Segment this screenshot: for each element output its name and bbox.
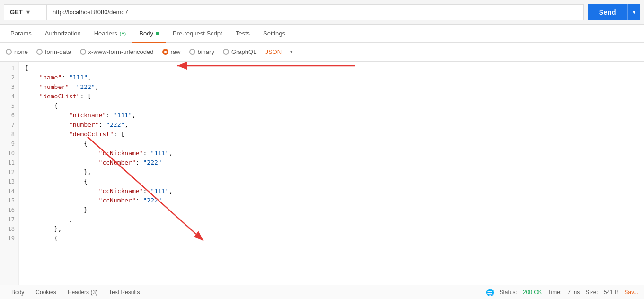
save-label[interactable]: Sav... [624, 289, 638, 296]
tab-settings-label: Settings [263, 30, 285, 37]
send-dropdown-button[interactable]: ▾ [627, 4, 640, 20]
method-select[interactable]: GET ▾ [4, 4, 46, 20]
option-binary[interactable]: binary [189, 48, 214, 55]
tab-params-label: Params [10, 30, 32, 37]
tab-tests[interactable]: Tests [229, 25, 256, 43]
code-content[interactable]: { "name": "111", "number": "222", "demoC… [19, 62, 644, 285]
url-input[interactable] [46, 4, 584, 20]
body-options-bar: none form-data x-www-form-urlencoded raw… [0, 43, 644, 62]
status-tab-headers[interactable]: Headers (3) [62, 285, 103, 299]
radio-raw [162, 49, 168, 55]
tab-tests-label: Tests [236, 30, 250, 37]
tab-headers-badge: (8) [120, 31, 126, 36]
method-dropdown-arrow: ▾ [26, 9, 30, 16]
option-form-data[interactable]: form-data [36, 48, 71, 55]
tab-prerequest[interactable]: Pre-request Script [166, 25, 229, 43]
status-tab-cookies[interactable]: Cookies [30, 285, 62, 299]
status-tabs: Body Cookies Headers (3) Test Results [6, 285, 145, 299]
time-label: Time: [548, 289, 562, 296]
status-bar: Body Cookies Headers (3) Test Results 🌐 … [0, 285, 644, 299]
tab-body-label: Body [139, 30, 153, 37]
code-editor-wrapper: 12345678910111213141516171819 { "name": … [0, 62, 644, 285]
tab-authorization[interactable]: Authorization [38, 25, 88, 43]
tab-settings[interactable]: Settings [256, 25, 292, 43]
time-value: 7 ms [567, 289, 580, 296]
option-graphql-label: GraphQL [231, 48, 256, 55]
status-tab-test-results[interactable]: Test Results [103, 285, 145, 299]
tab-prerequest-label: Pre-request Script [173, 30, 222, 37]
method-label: GET [10, 9, 23, 16]
radio-graphql [223, 49, 229, 55]
code-editor[interactable]: 12345678910111213141516171819 { "name": … [0, 62, 644, 285]
tab-body[interactable]: Body [132, 25, 166, 43]
request-tabs: Params Authorization Headers (8) Body Pr… [0, 25, 644, 43]
option-graphql[interactable]: GraphQL [223, 48, 256, 55]
tab-headers[interactable]: Headers (8) [88, 25, 133, 43]
status-value: 200 OK [523, 289, 542, 296]
radio-none [6, 49, 12, 55]
tab-params[interactable]: Params [4, 25, 38, 43]
globe-icon: 🌐 [486, 289, 494, 296]
body-active-dot [156, 32, 159, 35]
option-none[interactable]: none [6, 48, 28, 55]
format-dropdown-icon[interactable]: ▾ [290, 49, 293, 55]
option-raw[interactable]: raw [162, 48, 181, 55]
option-urlencoded[interactable]: x-www-form-urlencoded [80, 48, 154, 55]
status-tab-body[interactable]: Body [6, 285, 30, 299]
status-label: Status: [500, 289, 517, 296]
size-value: 541 B [604, 289, 618, 296]
send-button[interactable]: Send [588, 4, 627, 20]
size-label: Size: [585, 289, 598, 296]
option-raw-label: raw [171, 48, 181, 55]
status-right: 🌐 Status: 200 OK Time: 7 ms Size: 541 B … [486, 289, 638, 296]
line-numbers: 12345678910111213141516171819 [0, 62, 19, 285]
url-bar: GET ▾ Send ▾ [0, 0, 644, 25]
option-form-data-label: form-data [45, 48, 71, 55]
radio-urlencoded [80, 49, 86, 55]
option-urlencoded-label: x-www-form-urlencoded [88, 48, 154, 55]
option-binary-label: binary [198, 48, 214, 55]
tab-authorization-label: Authorization [45, 30, 81, 37]
radio-binary [189, 49, 195, 55]
format-json-label: JSON [265, 48, 282, 55]
send-button-group: Send ▾ [588, 4, 640, 20]
tab-headers-label: Headers [94, 30, 117, 37]
option-none-label: none [14, 48, 28, 55]
radio-form-data [36, 49, 43, 55]
